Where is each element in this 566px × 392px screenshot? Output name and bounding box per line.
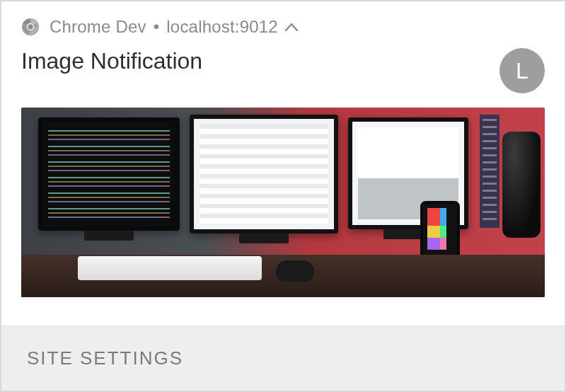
notification-source-row[interactable]: Chrome Dev • localhost:9012: [1, 1, 565, 44]
chevron-up-icon[interactable]: [285, 17, 298, 35]
site-settings-button[interactable]: SITE SETTINGS: [27, 347, 183, 369]
notification-actions: SITE SETTINGS: [1, 325, 565, 391]
notification-title: Image Notification: [21, 48, 499, 74]
notification-title-row: Image Notification L: [1, 44, 565, 108]
notification-source-text: Chrome Dev • localhost:9012: [50, 17, 298, 37]
chrome-icon: [21, 18, 40, 36]
notification-image: [21, 108, 545, 297]
source-app: Chrome Dev: [50, 17, 146, 37]
notification-card: Chrome Dev • localhost:9012 Image Notifi…: [0, 0, 566, 392]
svg-point-2: [28, 24, 33, 30]
source-separator: •: [154, 17, 160, 37]
avatar-letter: L: [516, 58, 529, 84]
notification-image-wrap: [1, 108, 565, 313]
avatar: L: [499, 48, 545, 93]
source-host: localhost:9012: [166, 17, 278, 37]
